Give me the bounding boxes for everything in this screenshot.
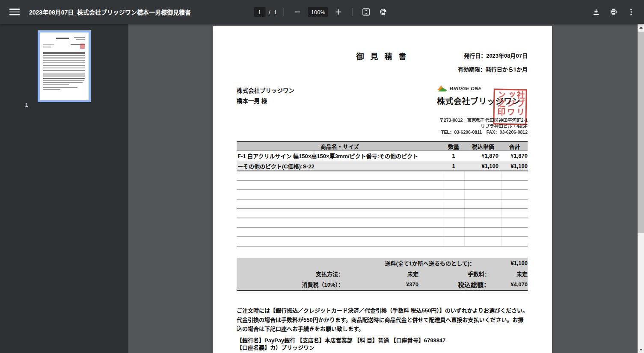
empty-table-row xyxy=(237,171,528,181)
shipping-value: ¥1,100 xyxy=(475,260,528,266)
empty-table-row xyxy=(237,181,528,190)
page-divider: / xyxy=(269,9,270,15)
menu-icon[interactable] xyxy=(9,7,20,17)
empty-table-row xyxy=(237,237,528,247)
company-logo-text: BRIDGE ONE xyxy=(450,86,482,91)
scroll-down-button[interactable] xyxy=(638,346,644,353)
thumbnail-page-preview xyxy=(38,30,91,102)
estimate-table: 商品名・サイズ 数量 税込単価 合計 F-1 白アクリルサイン 幅150×高15… xyxy=(237,141,528,291)
empty-table-row xyxy=(237,209,528,218)
vendor-address: 〒273-0012 東京都千代田区神田平河町2-1 リブラ神田ビル・4&5F T… xyxy=(439,117,528,135)
fit-to-page-icon xyxy=(362,8,371,16)
document-title: 2023年08月07日_株式会社ブリッジワン橋本一男様御見積書 xyxy=(29,8,191,16)
zoom-out-button[interactable] xyxy=(291,5,305,19)
empty-table-row xyxy=(237,218,528,228)
table-header-row: 商品名・サイズ 数量 税込単価 合計 xyxy=(237,141,528,151)
column-divider xyxy=(464,171,465,247)
scroll-up-icon xyxy=(639,26,643,29)
header-quantity: 数量 xyxy=(443,142,464,150)
thumbnail-page-number: 1 xyxy=(0,102,53,108)
toolbar-separator xyxy=(352,8,353,16)
empty-table-row xyxy=(237,228,528,237)
table-gap xyxy=(237,247,528,258)
scrollbar-thumb[interactable] xyxy=(638,32,644,233)
empty-table-row xyxy=(237,200,528,209)
table-row: F-1 白アクリルサイン 幅150×高150×厚3mm/ピクト番号:その他のピク… xyxy=(237,151,528,161)
print-icon xyxy=(610,8,617,16)
payment-method-value: 未定 xyxy=(344,270,418,278)
zoom-level-input[interactable] xyxy=(308,7,328,17)
download-icon xyxy=(592,8,600,16)
print-button[interactable] xyxy=(607,5,620,19)
issue-date: 発行日：2023年08月07日 xyxy=(464,51,528,59)
more-vertical-icon xyxy=(627,8,635,16)
company-logo-icon xyxy=(437,85,448,92)
pdf-viewer-area: 御 見 積 書 発行日：2023年08月07日 有効期限：発行日から1か月 株式… xyxy=(128,24,638,353)
page-thumbnail[interactable] xyxy=(38,30,91,102)
pdf-toolbar: 2023年08月07日_株式会社ブリッジワン橋本一男様御見積書 / 1 xyxy=(0,0,644,24)
scroll-down-icon xyxy=(639,349,643,351)
column-divider xyxy=(502,171,502,247)
tax-value: ¥370 xyxy=(344,281,418,288)
vertical-scrollbar[interactable] xyxy=(638,24,644,353)
fee-label: 手数料： xyxy=(418,270,490,278)
thumbnail-sidebar: 1 xyxy=(0,24,128,353)
table-row: ーその他のピクト(C価格):S-22 1 ¥1,100 ¥1,100 xyxy=(237,161,528,171)
grand-total-label: 税込総額： xyxy=(418,280,490,289)
pdf-page: 御 見 積 書 発行日：2023年08月07日 有効期限：発行日から1か月 株式… xyxy=(213,26,552,353)
header-unit-price: 税込単価 xyxy=(464,142,502,150)
page-number-input[interactable] xyxy=(254,7,265,17)
expiry-date: 有効期限：発行日から1か月 xyxy=(458,65,528,73)
payment-notes: ご注文時には【銀行振込／クレジットカード決済／代金引換（手数料 税込550円）】… xyxy=(237,306,528,334)
zoom-out-icon xyxy=(294,9,301,15)
rotate-counterclockwise-icon xyxy=(379,8,388,16)
vendor-block: BRIDGE ONE 株式会社ブリッジワン 株式会社ブリッジワン之印 〒273-… xyxy=(437,85,528,106)
rotate-button[interactable] xyxy=(377,5,390,19)
shipping-label: 送料(全て1か所へ送るものとして)： xyxy=(237,259,475,267)
bank-info-line2: 【口座名義】カ）ブリッジワン xyxy=(237,343,315,351)
fit-to-page-button[interactable] xyxy=(359,5,373,19)
recipient-name: 橋本一男 様 xyxy=(237,96,267,105)
zoom-in-button[interactable] xyxy=(332,5,345,19)
scroll-up-button[interactable] xyxy=(638,24,644,31)
column-divider xyxy=(443,171,443,247)
toolbar-separator xyxy=(284,8,284,16)
grand-total-value: ¥4,070 xyxy=(490,281,528,288)
download-button[interactable] xyxy=(589,5,603,19)
header-total: 合計 xyxy=(502,142,528,150)
payment-method-label: 支払方法： xyxy=(237,270,344,278)
empty-table-row xyxy=(237,190,528,200)
empty-rows xyxy=(237,171,528,247)
summary-block: 送料(全て1か所へ送るものとして)： ¥1,100 支払方法： 未定 手数料： … xyxy=(237,258,528,291)
zoom-in-icon xyxy=(335,9,342,15)
fee-value: 未定 xyxy=(490,270,528,278)
recipient-company: 株式会社ブリッジワン xyxy=(237,86,294,94)
tax-label: 消費税（10%）： xyxy=(237,280,344,288)
header-product: 商品名・サイズ xyxy=(237,142,443,150)
more-options-button[interactable] xyxy=(624,5,638,19)
page-total: 1 xyxy=(274,9,277,15)
